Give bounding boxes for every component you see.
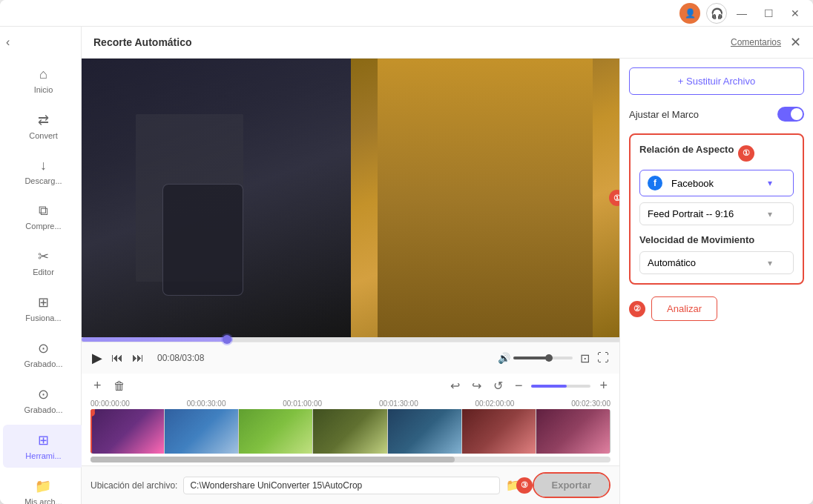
zoom-in-button[interactable]: + bbox=[596, 377, 610, 395]
track-thumb-7 bbox=[536, 409, 610, 454]
facebook-select[interactable]: f Facebook ▾ bbox=[639, 170, 794, 196]
sidebar-item-label: Inicio bbox=[34, 85, 53, 94]
next-button[interactable]: ⏭ bbox=[131, 350, 145, 366]
file-path-input[interactable] bbox=[183, 477, 499, 494]
marco-toggle[interactable] bbox=[777, 107, 804, 122]
delete-clip-button[interactable]: 🗑 bbox=[111, 377, 128, 395]
undo-button[interactable]: ↩ bbox=[447, 377, 463, 394]
timeline-ruler: 00:00:00:00 00:00:30:00 00:01:00:00 00:0… bbox=[82, 398, 619, 409]
record2-icon: ⊙ bbox=[38, 386, 49, 402]
velocidad-value: Automático bbox=[648, 257, 696, 268]
track-thumb-2 bbox=[165, 409, 239, 454]
scrubber-fill bbox=[82, 337, 232, 342]
scrollbar-thumb[interactable] bbox=[90, 457, 455, 462]
compress-icon: ⧉ bbox=[39, 203, 48, 219]
ruler-label: 00:01:00:00 bbox=[283, 399, 322, 408]
home-icon: ⌂ bbox=[39, 67, 47, 82]
sidebar-item-label: Mis arch... bbox=[24, 497, 62, 504]
comentarios-link[interactable]: Comentarios bbox=[731, 37, 781, 47]
timeline-tools-right: ↩ ↪ ↺ − + bbox=[447, 377, 610, 395]
volume-fill bbox=[513, 357, 549, 359]
facebook-logo-icon: f bbox=[648, 176, 662, 190]
file-location-label: Ubicación del archivo: bbox=[90, 480, 177, 491]
ruler-label: 00:00:30:00 bbox=[187, 399, 226, 408]
play-button[interactable]: ▶ bbox=[90, 348, 104, 368]
velocidad-section: Velocidad de Movimiento Automático ▾ bbox=[639, 234, 794, 274]
merge-icon: ⊞ bbox=[38, 294, 49, 311]
sidebar-item-archivos[interactable]: 📁 Mis arch... bbox=[19, 471, 68, 504]
support-button[interactable]: 🎧 bbox=[706, 3, 727, 24]
sidebar-item-comprimir[interactable]: ⧉ Compre... bbox=[3, 196, 84, 238]
volume-icon: 🔊 bbox=[498, 352, 510, 364]
redo-button[interactable]: ↪ bbox=[469, 377, 484, 394]
download-icon: ↓ bbox=[40, 158, 47, 173]
timeline-toolbar: + 🗑 ↩ ↪ ↺ − + bbox=[82, 374, 619, 398]
sidebar-items: ⌂ Inicio ⇄ Convert ↓ Descarg... ⧉ Compre… bbox=[0, 58, 81, 469]
volume-handle[interactable] bbox=[545, 354, 553, 362]
recorte-dialog: Recorte Automático Comentarios ✕ bbox=[82, 27, 813, 504]
zoom-slider[interactable] bbox=[531, 385, 590, 388]
fullscreen-button[interactable]: ⛶ bbox=[596, 350, 610, 367]
analizar-button[interactable]: Analizar bbox=[651, 296, 717, 321]
window-controls: — ☐ ✕ bbox=[730, 4, 807, 22]
video-right-frame bbox=[351, 59, 620, 337]
replace-file-button[interactable]: + Sustituir Archivo bbox=[629, 67, 804, 95]
sidebar-toggle-area: ‹ bbox=[0, 33, 81, 52]
marco-label: Ajustar el Marco bbox=[629, 109, 699, 120]
zoom-fill bbox=[531, 385, 567, 388]
avatar-button[interactable]: 👤 bbox=[679, 3, 700, 24]
sidebar: ‹ ⌂ Inicio ⇄ Convert ↓ Descarg... ⧉ Comp… bbox=[0, 27, 82, 504]
feed-portrait-chevron: ▾ bbox=[768, 209, 772, 219]
sidebar-item-fusionar[interactable]: ⊞ Fusiona... bbox=[3, 287, 84, 330]
track-thumb-5 bbox=[388, 409, 462, 454]
zoom-out-button[interactable]: − bbox=[512, 377, 526, 395]
add-clip-button[interactable]: + bbox=[90, 377, 105, 395]
track-thumb-3 bbox=[239, 409, 313, 454]
sidebar-item-editor[interactable]: ✂ Editor bbox=[3, 241, 84, 284]
sidebar-item-grabar1[interactable]: ⊙ Grabado... bbox=[3, 333, 84, 376]
export-button[interactable]: Exportar bbox=[534, 474, 609, 497]
track-thumb-6 bbox=[462, 409, 536, 454]
scrubber-handle[interactable] bbox=[223, 335, 231, 344]
sidebar-item-label: Grabado... bbox=[24, 405, 63, 414]
ruler-label: 00:02:30:00 bbox=[571, 399, 610, 408]
dialog-title: Recorte Automático bbox=[93, 36, 192, 48]
dialog-body: ① ▶ ⏮ ⏭ 00:08/03:08 bbox=[82, 59, 813, 504]
sidebar-item-label: Grabado... bbox=[24, 359, 63, 368]
sidebar-item-herramientas[interactable]: ⊞ Herrami... bbox=[3, 425, 84, 468]
feed-portrait-label: Feed Portrait -- 9:16 bbox=[648, 208, 734, 219]
sidebar-item-label: Convert bbox=[29, 131, 58, 140]
video-area: ① bbox=[82, 59, 619, 337]
step-badge-2: ② bbox=[629, 301, 645, 317]
prev-button[interactable]: ⏮ bbox=[110, 350, 125, 366]
velocidad-select[interactable]: Automático ▾ bbox=[639, 251, 794, 274]
app-close-button[interactable]: ✕ bbox=[783, 4, 807, 22]
feed-portrait-select[interactable]: Feed Portrait -- 9:16 ▾ bbox=[639, 202, 794, 225]
sidebar-item-inicio[interactable]: ⌂ Inicio bbox=[3, 59, 84, 102]
sidebar-item-grabar2[interactable]: ⊙ Grabado... bbox=[3, 379, 84, 422]
dialog-close-button[interactable]: ✕ bbox=[790, 36, 801, 49]
track-thumb-4 bbox=[313, 409, 387, 454]
tools-icon: ⊞ bbox=[38, 432, 49, 448]
timeline-scrubber[interactable] bbox=[82, 337, 619, 342]
volume-slider[interactable] bbox=[513, 357, 573, 359]
facebook-select-chevron: ▾ bbox=[768, 178, 772, 188]
maximize-button[interactable]: ☐ bbox=[757, 4, 780, 22]
timeline-scrollbar[interactable] bbox=[90, 457, 610, 462]
sidebar-item-convert[interactable]: ⇄ Convert bbox=[3, 105, 84, 147]
minimize-button[interactable]: — bbox=[730, 4, 754, 22]
ruler-label: 00:02:00:00 bbox=[475, 399, 515, 408]
velocidad-label: Velocidad de Movimiento bbox=[639, 234, 794, 245]
playback-controls: ▶ ⏮ ⏭ 00:08/03:08 🔊 bbox=[82, 342, 619, 374]
ruler-label: 00:00:00:00 bbox=[90, 399, 130, 408]
sidebar-item-label: Editor bbox=[33, 268, 54, 276]
video-left-frame bbox=[82, 59, 351, 337]
marco-row: Ajustar el Marco bbox=[629, 104, 804, 125]
analizar-row: ② Analizar bbox=[629, 296, 804, 321]
rotate-button[interactable]: ↺ bbox=[490, 377, 506, 394]
sidebar-item-label: Fusiona... bbox=[25, 314, 61, 322]
fit-screen-button[interactable]: ⊡ bbox=[579, 350, 591, 367]
sidebar-item-descargar[interactable]: ↓ Descarg... bbox=[3, 150, 84, 193]
sidebar-collapse-button[interactable]: ‹ bbox=[6, 36, 10, 49]
track-thumb-1 bbox=[90, 409, 165, 454]
